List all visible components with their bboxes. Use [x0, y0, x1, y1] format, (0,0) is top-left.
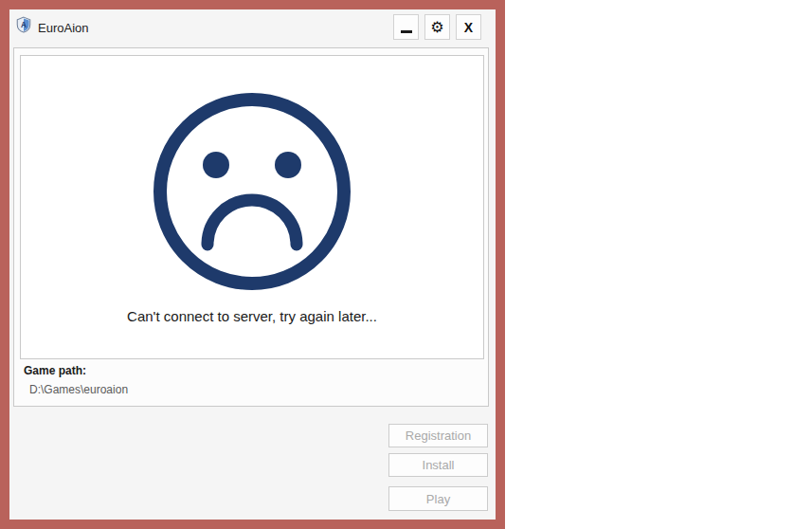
registration-button[interactable]: Registration	[388, 424, 488, 447]
status-message: Can't connect to server, try again later…	[21, 308, 483, 324]
minimize-icon	[401, 30, 412, 33]
titlebar[interactable]: A EuroAion ⚙ X	[9, 9, 496, 47]
game-path-label: Game path:	[24, 364, 86, 377]
launcher-window: A EuroAion ⚙ X	[0, 0, 505, 529]
desktop-screen: A EuroAion ⚙ X	[0, 0, 812, 529]
close-button[interactable]: X	[456, 14, 481, 40]
main-container: Can't connect to server, try again later…	[13, 47, 489, 407]
game-path-value: D:\Games\euroaion	[29, 383, 128, 396]
shield-a-icon: A	[15, 16, 32, 33]
window-content: A EuroAion ⚙ X	[9, 9, 496, 520]
minimize-button[interactable]	[393, 14, 419, 40]
window-title: EuroAion	[38, 21, 88, 35]
install-button[interactable]: Install	[388, 453, 488, 477]
status-panel: Can't connect to server, try again later…	[20, 55, 484, 359]
gear-icon: ⚙	[430, 20, 443, 35]
svg-text:A: A	[21, 21, 27, 29]
settings-button[interactable]: ⚙	[424, 14, 450, 40]
close-icon: X	[464, 21, 473, 34]
sad-face-icon	[21, 92, 483, 291]
play-button[interactable]: Play	[388, 486, 488, 511]
